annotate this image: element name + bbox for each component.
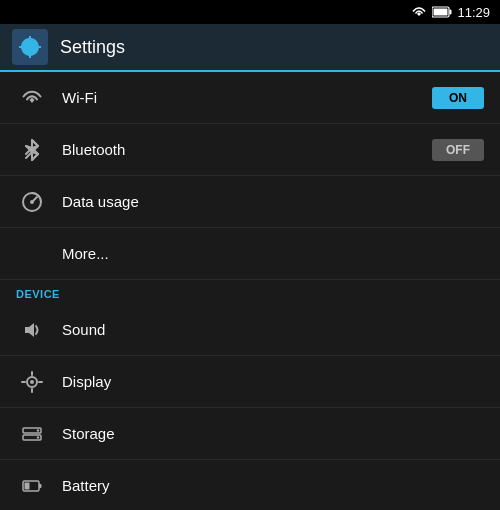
bluetooth-icon [16,139,48,161]
battery-item[interactable]: Battery [0,460,500,510]
wifi-item[interactable]: Wi-Fi ON [0,72,500,124]
battery-status-icon [432,6,452,18]
storage-label: Storage [62,425,484,442]
svg-rect-21 [25,482,30,489]
display-label: Display [62,373,484,390]
data-usage-icon [16,191,48,213]
wifi-toggle[interactable]: ON [432,87,484,109]
battery-label: Battery [62,477,484,494]
status-time: 11:29 [457,5,490,20]
svg-rect-1 [450,10,452,15]
bluetooth-item[interactable]: Bluetooth OFF [0,124,500,176]
more-label: More... [62,245,484,262]
svg-marker-8 [25,323,34,337]
storage-item[interactable]: Storage [0,408,500,460]
device-section-header: DEVICE [0,280,500,304]
wifi-label: Wi-Fi [62,89,432,106]
display-item[interactable]: Display [0,356,500,408]
status-bar: 11:29 [0,0,500,24]
page-title: Settings [60,37,125,58]
display-icon [16,371,48,393]
status-icons: 11:29 [411,5,490,20]
svg-point-18 [37,436,39,438]
bluetooth-label: Bluetooth [62,141,432,158]
storage-icon [16,423,48,445]
svg-point-10 [30,380,34,384]
svg-point-17 [37,429,39,431]
svg-point-7 [30,200,34,204]
battery-icon [16,475,48,497]
sound-item[interactable]: Sound [0,304,500,356]
svg-rect-20 [39,484,42,488]
bluetooth-toggle[interactable]: OFF [432,139,484,161]
data-usage-label: Data usage [62,193,484,210]
settings-app-icon [12,29,48,65]
wifi-status-icon [411,5,427,19]
sound-icon [16,319,48,341]
settings-list: Wi-Fi ON Bluetooth OFF Data usage [0,72,500,510]
svg-rect-2 [434,9,448,16]
data-usage-item[interactable]: Data usage [0,176,500,228]
title-bar: Settings [0,24,500,72]
wifi-icon [16,89,48,107]
more-item[interactable]: More... [0,228,500,280]
sound-label: Sound [62,321,484,338]
